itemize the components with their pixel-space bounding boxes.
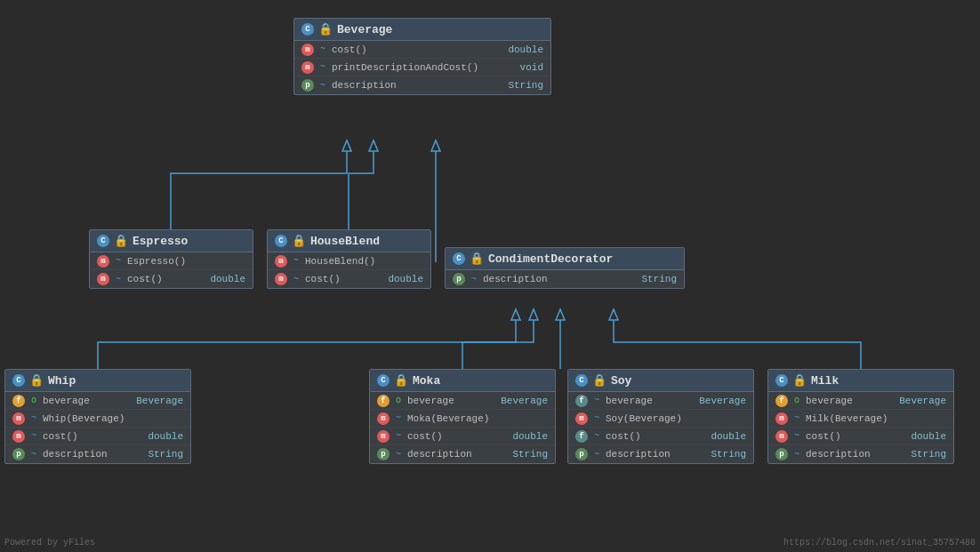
diagram-container: C 🔒 Beverage m ~ cost()double m ~ printD… xyxy=(0,0,980,552)
moka-row-2: m ~ cost()double xyxy=(370,428,555,445)
whip-title: Whip xyxy=(48,374,76,388)
beverage-row-2: p ~ descriptionString xyxy=(294,76,550,94)
houseblend-header: C 🔒 HouseBlend xyxy=(268,230,430,252)
houseblend-class: C 🔒 HouseBlend m ~ HouseBlend() m ~ cost… xyxy=(267,229,431,289)
condiment-title: CondimentDecorator xyxy=(488,252,613,266)
whip-row-0: f o beverageBeverage xyxy=(5,392,190,410)
espresso-title: Espresso xyxy=(133,235,188,248)
svg-marker-2 xyxy=(342,140,351,151)
whip-row-2: m ~ cost()double xyxy=(5,428,190,445)
whip-class: C 🔒 Whip f o beverageBeverage m ~ Whip(B… xyxy=(4,369,191,464)
whip-header: C 🔒 Whip xyxy=(5,370,190,392)
espresso-row-1: m ~ cost()double xyxy=(90,270,253,288)
moka-title: Moka xyxy=(413,374,440,388)
moka-class: C 🔒 Moka f o beverageBeverage m ~ Moka(B… xyxy=(369,369,556,464)
soy-row-0: f ~ beverageBeverage xyxy=(568,392,753,410)
beverage-icon: 🔒 xyxy=(318,22,333,36)
milk-class: C 🔒 Milk f o beverageBeverage m ~ Milk(B… xyxy=(767,369,954,464)
houseblend-title: HouseBlend xyxy=(310,235,380,248)
milk-row-3: p ~ descriptionString xyxy=(768,445,953,463)
soy-row-3: p ~ descriptionString xyxy=(568,445,753,463)
milk-row-0: f o beverageBeverage xyxy=(768,392,953,410)
condiment-class: C 🔒 CondimentDecorator p ~ descriptionSt… xyxy=(445,247,685,289)
moka-header: C 🔒 Moka xyxy=(370,370,555,392)
milk-row-1: m ~ Milk(Beverage) xyxy=(768,410,953,428)
svg-marker-5 xyxy=(511,309,520,320)
soy-header: C 🔒 Soy xyxy=(568,370,753,392)
svg-marker-6 xyxy=(529,309,538,320)
espresso-row-0: m ~ Espresso() xyxy=(90,252,253,270)
whip-row-3: p ~ descriptionString xyxy=(5,445,190,463)
svg-marker-3 xyxy=(369,140,378,151)
houseblend-row-1: m ~ cost()double xyxy=(268,270,430,288)
beverage-row-1: m ~ printDescriptionAndCost()void xyxy=(294,59,550,76)
beverage-row-0: m ~ cost()double xyxy=(294,41,550,59)
moka-row-1: m ~ Moka(Beverage) xyxy=(370,410,555,428)
soy-title: Soy xyxy=(611,374,631,388)
milk-header: C 🔒 Milk xyxy=(768,370,953,392)
condiment-header: C 🔒 CondimentDecorator xyxy=(446,248,684,270)
beverage-class: C 🔒 Beverage m ~ cost()double m ~ printD… xyxy=(293,18,551,95)
beverage-badge: C xyxy=(301,23,314,36)
soy-row-1: m ~ Soy(Beverage) xyxy=(568,410,753,428)
milk-title: Milk xyxy=(811,374,839,388)
soy-row-2: f ~ cost()double xyxy=(568,428,753,445)
svg-marker-7 xyxy=(556,309,565,320)
espresso-class: C 🔒 Espresso m ~ Espresso() m ~ cost()do… xyxy=(89,229,253,289)
moka-row-0: f o beverageBeverage xyxy=(370,392,555,410)
beverage-header: C 🔒 Beverage xyxy=(294,19,550,41)
moka-row-3: p ~ descriptionString xyxy=(370,445,555,463)
soy-class: C 🔒 Soy f ~ beverageBeverage m ~ Soy(Bev… xyxy=(567,369,754,464)
houseblend-row-0: m ~ HouseBlend() xyxy=(268,252,430,270)
svg-marker-8 xyxy=(609,309,618,320)
beverage-title: Beverage xyxy=(337,23,392,36)
svg-marker-4 xyxy=(431,140,440,151)
whip-row-1: m ~ Whip(Beverage) xyxy=(5,410,190,428)
condiment-row-0: p ~ descriptionString xyxy=(446,270,684,288)
footer-left: Powered by yFiles xyxy=(4,538,95,548)
footer-right: https://blog.csdn.net/sinat_35757488 xyxy=(783,538,976,548)
espresso-header: C 🔒 Espresso xyxy=(90,230,253,252)
milk-row-2: m ~ cost()double xyxy=(768,428,953,445)
